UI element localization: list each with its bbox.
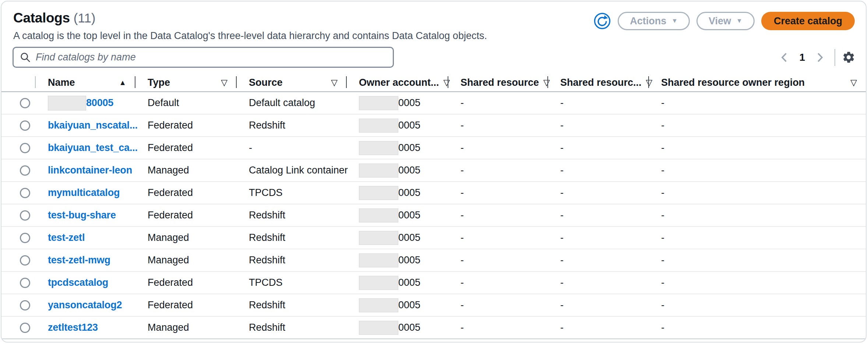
row-select-radio[interactable] <box>20 143 30 153</box>
search-box[interactable] <box>13 47 394 68</box>
sort-ascending-icon[interactable]: ▲ <box>119 78 126 87</box>
column-header-region[interactable]: Shared resource owner region▽ <box>649 74 866 91</box>
catalog-name-link[interactable]: zetltest123 <box>48 322 98 333</box>
row-select-radio[interactable] <box>20 188 30 198</box>
cell-type: Managed <box>135 255 236 266</box>
cell-type: Managed <box>135 165 236 176</box>
cell-source: TPCDS <box>236 187 346 199</box>
table-header-row: Name▲Type▽Source▽Owner account...▽Shared… <box>1 74 866 92</box>
view-button[interactable]: View ▼ <box>696 12 755 30</box>
refresh-icon <box>593 12 611 30</box>
cell-shared-resource-2: - <box>548 299 649 311</box>
owner-account-suffix: 0005 <box>398 277 420 288</box>
column-header-label: Name <box>48 77 75 88</box>
gear-icon <box>842 50 855 64</box>
cell-name: 80005 <box>35 96 135 110</box>
row-select-radio[interactable] <box>20 165 30 176</box>
column-header-label: Type <box>148 77 170 88</box>
cell-type: Federated <box>135 120 236 131</box>
filter-icon[interactable]: ▽ <box>221 78 227 88</box>
row-select-radio[interactable] <box>20 120 30 131</box>
cell-name: test-zetl <box>35 232 135 243</box>
owner-account-suffix: 0005 <box>398 165 420 176</box>
catalog-name-link[interactable]: bkaiyuan_test_ca... <box>48 142 138 154</box>
redacted-text-box <box>359 96 398 110</box>
cell-name: mymulticatalog <box>35 187 135 199</box>
row-select-cell <box>1 278 35 288</box>
next-page-button[interactable] <box>811 52 829 63</box>
table-row: test-zetlManagedRedshift0005--- <box>1 227 866 249</box>
chevron-right-icon <box>816 52 824 63</box>
owner-account-suffix: 0005 <box>398 322 420 333</box>
row-select-cell <box>1 143 35 153</box>
row-select-radio[interactable] <box>20 233 30 243</box>
cell-type: Default <box>135 97 236 109</box>
create-catalog-button[interactable]: Create catalog <box>761 12 855 30</box>
search-input[interactable] <box>36 48 393 67</box>
table-row: test-bug-shareFederatedRedshift0005--- <box>1 204 866 227</box>
cell-shared-resource-owner-region: - <box>649 299 866 311</box>
refresh-button[interactable] <box>593 12 611 30</box>
cell-shared-resource-owner-region: - <box>649 142 866 154</box>
column-header-source[interactable]: Source▽ <box>236 74 346 91</box>
cell-name: yansoncatalog2 <box>35 299 135 311</box>
row-select-radio[interactable] <box>20 278 30 288</box>
column-header-owner[interactable]: Owner account...▽ <box>346 74 448 91</box>
owner-account-suffix: 0005 <box>398 142 420 154</box>
catalogs-panel: Catalogs (11) A catalog is the top level… <box>1 1 867 343</box>
cell-owner-account: 0005 <box>346 253 448 267</box>
catalog-name-link[interactable]: test-zetl <box>48 232 85 243</box>
cell-name: zetltest123 <box>35 322 135 333</box>
cell-name: bkaiyuan_nscatal... <box>35 120 135 131</box>
catalog-name-link[interactable]: bkaiyuan_nscatal... <box>48 120 138 131</box>
cell-shared-resource-2: - <box>548 232 649 243</box>
cell-type: Managed <box>135 322 236 333</box>
redacted-text-box <box>48 96 86 110</box>
cell-type: Federated <box>135 277 236 288</box>
redacted-text-box <box>359 298 398 312</box>
catalog-name-link[interactable]: test-zetl-mwg <box>48 255 110 266</box>
cell-shared-resource: - <box>448 277 548 288</box>
catalog-name-link[interactable]: test-bug-share <box>48 210 116 221</box>
column-header-shared_resource[interactable]: Shared resource▽ <box>448 74 548 91</box>
row-select-radio[interactable] <box>20 300 30 310</box>
cell-shared-resource-owner-region: - <box>649 255 866 266</box>
column-header-label: Shared resource owner region <box>661 77 805 88</box>
current-page[interactable]: 1 <box>793 52 811 63</box>
actions-button[interactable]: Actions ▼ <box>618 12 690 30</box>
catalog-name-link[interactable]: linkcontainer-leon <box>48 165 132 176</box>
row-select-radio[interactable] <box>20 210 30 221</box>
cell-shared-resource-owner-region: - <box>649 120 866 131</box>
cell-owner-account: 0005 <box>346 186 448 200</box>
redacted-text-box <box>359 231 398 245</box>
catalog-name-link[interactable]: yansoncatalog2 <box>48 299 122 311</box>
cell-shared-resource: - <box>448 299 548 311</box>
cell-source: Catalog Link container <box>236 165 346 176</box>
column-header-label: Source <box>249 77 283 88</box>
column-header-name[interactable]: Name▲ <box>35 74 135 91</box>
filter-icon[interactable]: ▽ <box>850 78 857 88</box>
cell-name: tpcdscatalog <box>35 277 135 288</box>
catalog-name-link[interactable]: mymulticatalog <box>48 187 120 199</box>
pagination: 1 <box>775 49 855 66</box>
table-row: test-zetl-mwgManagedRedshift0005--- <box>1 249 866 272</box>
cell-type: Federated <box>135 187 236 199</box>
page-description: A catalog is the top level in the Data C… <box>13 30 487 42</box>
row-select-radio[interactable] <box>20 98 30 108</box>
previous-page-button[interactable] <box>775 52 793 63</box>
catalog-name-link[interactable]: tpcdscatalog <box>48 277 108 288</box>
cell-shared-resource-2: - <box>548 165 649 176</box>
redacted-text-box <box>359 321 398 335</box>
row-select-radio[interactable] <box>20 323 30 333</box>
search-icon <box>20 52 31 63</box>
column-header-type[interactable]: Type▽ <box>135 74 236 91</box>
filter-icon[interactable]: ▽ <box>331 78 338 88</box>
owner-account-suffix: 0005 <box>398 210 420 221</box>
row-select-radio[interactable] <box>20 255 30 266</box>
preferences-button[interactable] <box>842 50 855 64</box>
row-select-cell <box>1 300 35 310</box>
table-row: mymulticatalogFederatedTPCDS0005--- <box>1 182 866 204</box>
column-header-shared_resource_2[interactable]: Shared resourc...▽ <box>548 74 649 91</box>
catalog-name-link[interactable]: 80005 <box>86 97 113 109</box>
owner-account-suffix: 0005 <box>398 255 420 266</box>
